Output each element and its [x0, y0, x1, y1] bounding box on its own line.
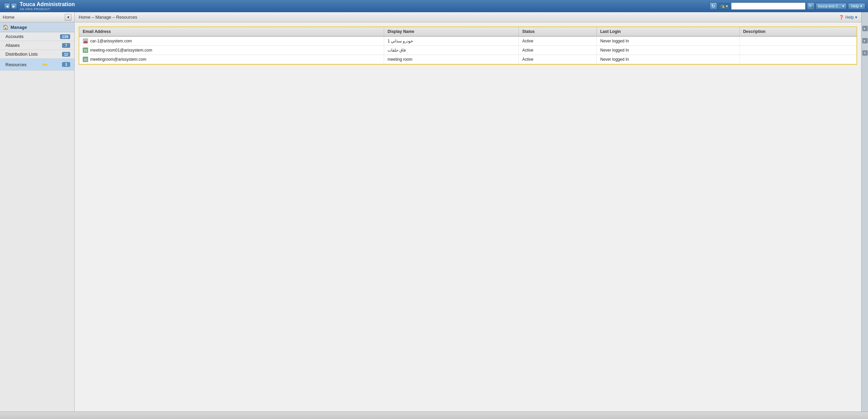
- help-chevron-icon: ▾: [860, 4, 862, 8]
- content-area: Home – Manage – Resources ❓ Help ▾ Email…: [75, 12, 861, 412]
- email-value: meetingroom@arissystem.com: [90, 57, 146, 62]
- distribution-lists-label: Distribution Lists: [5, 52, 38, 57]
- sidebar-item-distribution-lists[interactable]: Distribution Lists 12: [0, 50, 74, 59]
- main-layout: Home ▾ 🏠 Manage Accounts 139 Aliases 7 D…: [0, 12, 868, 412]
- col-status: Status: [519, 27, 597, 36]
- account-label: touca-test-2...: [818, 4, 841, 8]
- table-row[interactable]: 🚗 car-1@arissystem.com خودرو سداني 1 Act…: [79, 36, 856, 46]
- cell-email: 🏢 meetingroom@arissystem.com: [79, 55, 384, 64]
- resources-label: Resources: [5, 62, 26, 67]
- accounts-label: Accounts: [5, 34, 23, 39]
- cell-display-name: meeting room: [384, 55, 518, 64]
- breadcrumb: Home – Manage – Resources: [79, 15, 137, 20]
- email-value: meeting-room01@arissystem.com: [90, 48, 152, 53]
- home-dropdown-button[interactable]: ▾: [65, 14, 72, 21]
- right-panel-item-3[interactable]: 0: [862, 50, 868, 56]
- cell-description: [739, 36, 856, 46]
- nav-buttons: ◀ ▶: [4, 3, 17, 9]
- cell-email: 🏢 meeting-room01@arissystem.com: [79, 46, 384, 55]
- search-scope-dropdown[interactable]: 🎭 ▾: [718, 3, 730, 9]
- breadcrumb-bar: Home – Manage – Resources ❓ Help ▾: [75, 12, 861, 22]
- help-label: Help: [851, 4, 859, 8]
- col-display-name: Display Name: [384, 27, 518, 36]
- accounts-badge: 139: [60, 34, 70, 39]
- help-chevron-icon: ▾: [855, 15, 857, 20]
- row-icon: 🚗: [83, 38, 88, 44]
- table-row[interactable]: 🏢 meeting-room01@arissystem.com قاق حلقا…: [79, 46, 856, 55]
- cell-status: Active: [519, 36, 597, 46]
- arrow-indicator: ⬅: [42, 60, 48, 69]
- search-input[interactable]: [731, 2, 806, 10]
- cell-status: Active: [519, 55, 597, 64]
- cell-last-login: Never logged In: [597, 46, 739, 55]
- cell-display-name: قاق حلقات: [384, 46, 518, 55]
- col-last-login: Last Login: [597, 27, 739, 36]
- home-label: Home: [3, 15, 63, 20]
- manage-icon: 🏠: [3, 24, 8, 30]
- resources-table-container: Email Address Display Name Status Last L…: [79, 26, 857, 65]
- sidebar-item-resources[interactable]: Resources ⬅ 3: [0, 59, 74, 71]
- cell-last-login: Never logged In: [597, 36, 739, 46]
- sidebar-home-bar: Home ▾: [0, 12, 74, 22]
- cell-last-login: Never logged In: [597, 55, 739, 64]
- refresh-button[interactable]: ↻: [710, 2, 717, 10]
- sidebar: Home ▾ 🏠 Manage Accounts 139 Aliases 7 D…: [0, 12, 75, 412]
- help-link[interactable]: ❓ Help ▾: [839, 15, 857, 20]
- help-link-label: Help: [845, 15, 854, 20]
- topbar: ◀ ▶ Touca Administration AN ARIS PRODUCT…: [0, 0, 868, 12]
- help-question-icon: ❓: [839, 15, 844, 20]
- right-panel-item-1[interactable]: ▸: [862, 26, 868, 31]
- row-icon: 🏢: [83, 47, 88, 53]
- app-title: Touca Administration: [20, 1, 75, 7]
- resources-badge: 3: [62, 62, 70, 67]
- search-button[interactable]: 🔍: [807, 2, 814, 10]
- account-dropdown[interactable]: touca-test-2... ▾: [816, 3, 847, 9]
- aliases-label: Aliases: [5, 43, 20, 48]
- cell-email: 🚗 car-1@arissystem.com: [79, 36, 384, 46]
- aliases-badge: 7: [62, 43, 70, 48]
- email-value: car-1@arissystem.com: [90, 39, 132, 43]
- right-panel-item-2[interactable]: ▸: [862, 38, 868, 43]
- col-description: Description: [739, 27, 856, 36]
- manage-label: Manage: [11, 25, 27, 30]
- back-button[interactable]: ◀: [4, 3, 10, 9]
- search-area: ↻ 🎭 ▾ 🔍 touca-test-2... ▾ Help ▾: [710, 2, 865, 10]
- manage-section: 🏠 Manage: [0, 22, 74, 32]
- right-panel: ▸ ▸ 0: [861, 12, 868, 412]
- table-row[interactable]: 🏢 meetingroom@arissystem.com meeting roo…: [79, 55, 856, 64]
- cell-description: [739, 55, 856, 64]
- account-chevron-icon: ▾: [842, 4, 844, 8]
- forward-button[interactable]: ▶: [11, 3, 17, 9]
- sidebar-item-accounts[interactable]: Accounts 139: [0, 32, 74, 41]
- cell-display-name: خودرو سداني 1: [384, 36, 518, 46]
- statusbar: [0, 412, 868, 419]
- col-email-address: Email Address: [79, 27, 384, 36]
- cell-status: Active: [519, 46, 597, 55]
- app-subtitle: AN ARIS PRODUCT: [20, 7, 75, 11]
- resources-table: Email Address Display Name Status Last L…: [79, 27, 856, 64]
- help-button[interactable]: Help ▾: [848, 3, 865, 9]
- app-logo: Touca Administration AN ARIS PRODUCT: [20, 1, 75, 11]
- table-header-row: Email Address Display Name Status Last L…: [79, 27, 856, 36]
- row-icon: 🏢: [83, 57, 88, 62]
- sidebar-item-aliases[interactable]: Aliases 7: [0, 41, 74, 50]
- cell-description: [739, 46, 856, 55]
- distribution-lists-badge: 12: [62, 52, 70, 57]
